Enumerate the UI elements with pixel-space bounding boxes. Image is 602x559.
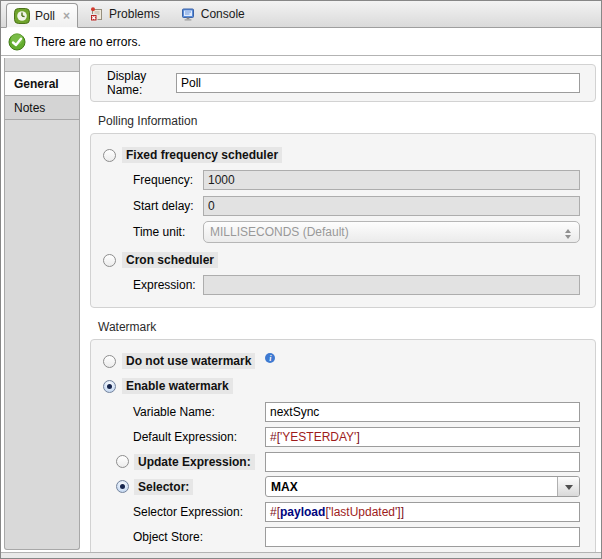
start-delay-label: Start delay:: [133, 199, 203, 213]
do-not-use-watermark-label: Do not use watermark: [122, 353, 255, 369]
selector-radio[interactable]: [116, 480, 129, 493]
start-delay-row: Start delay:: [133, 195, 580, 216]
selector-dropdown-value: MAX: [266, 480, 298, 494]
status-message: There are no errors.: [34, 35, 141, 49]
sidebar-item-notes[interactable]: Notes: [5, 96, 79, 120]
display-name-group: Display Name:: [90, 64, 596, 102]
selector-label: Selector:: [134, 479, 193, 495]
properties-sidebar: General Notes: [4, 58, 80, 550]
properties-content: General Notes Display Name: Polling Info…: [1, 56, 601, 552]
cron-expression-label: Expression:: [133, 278, 203, 292]
problems-icon: [88, 6, 104, 22]
default-expression-input[interactable]: #['YESTERDAY']: [265, 427, 580, 447]
selector-expression-row: Selector Expression: #[payload['lastUpda…: [133, 501, 580, 522]
time-unit-select: MILLISECONDS (Default): [203, 221, 580, 243]
update-expression-label-wrap: Update Expression:: [134, 455, 265, 469]
bottom-strip: [1, 552, 601, 558]
cron-scheduler-label: Cron scheduler: [122, 252, 218, 268]
time-unit-row: Time unit: MILLISECONDS (Default): [133, 221, 580, 242]
variable-name-row: Variable Name:: [133, 401, 580, 422]
start-delay-input: [203, 196, 580, 216]
cron-expression-input: [203, 275, 580, 295]
select-stepper-icon: [565, 226, 571, 242]
tab-poll[interactable]: Poll ×: [6, 3, 78, 28]
tab-label: Console: [201, 7, 245, 21]
general-panel: Display Name: Polling Information Fixed …: [80, 56, 601, 552]
enable-watermark-label: Enable watermark: [122, 378, 233, 394]
watermark-section-title: Watermark: [98, 320, 596, 334]
polling-group: Fixed frequency scheduler Frequency: Sta…: [90, 133, 596, 308]
enable-watermark-radio[interactable]: [103, 380, 116, 393]
sidebar-item-general[interactable]: General: [5, 72, 79, 96]
polling-section-title: Polling Information: [98, 114, 596, 128]
object-store-label: Object Store:: [133, 530, 265, 544]
console-icon: [180, 6, 196, 22]
default-expression-row: Default Expression: #['YESTERDAY']: [133, 426, 580, 447]
selector-label-wrap: Selector:: [134, 480, 265, 494]
no-errors-check-icon: [8, 33, 26, 51]
update-expression-row: Update Expression:: [116, 451, 580, 472]
dropdown-arrow-icon[interactable]: [557, 477, 579, 496]
cron-scheduler-radio[interactable]: [103, 254, 116, 267]
do-not-use-watermark-row: Do not use watermark i: [103, 352, 580, 370]
properties-window: Poll × Problems: [0, 0, 602, 559]
cron-expression-row: Expression:: [133, 274, 580, 295]
sidebar-spacer: [5, 58, 79, 72]
cron-radio-row: Cron scheduler: [103, 251, 580, 269]
sidebar-item-label: General: [14, 77, 59, 91]
object-store-row: Object Store:: [133, 526, 580, 547]
enable-watermark-row: Enable watermark: [103, 377, 580, 395]
tab-problems[interactable]: Problems: [78, 1, 170, 27]
tab-label: Problems: [109, 7, 160, 21]
fixed-frequency-radio[interactable]: [103, 149, 116, 162]
sidebar-filler: [5, 120, 79, 549]
default-expression-label: Default Expression:: [133, 430, 265, 444]
do-not-use-watermark-radio[interactable]: [103, 355, 116, 368]
editor-tabbar: Poll × Problems: [1, 1, 601, 28]
fixed-frequency-label: Fixed frequency scheduler: [122, 147, 282, 163]
fixed-frequency-radio-row: Fixed frequency scheduler: [103, 146, 580, 164]
object-store-input[interactable]: [265, 527, 580, 547]
watermark-group: Do not use watermark i Enable watermark …: [90, 339, 596, 552]
frequency-input: [203, 170, 580, 190]
update-expression-radio[interactable]: [116, 455, 129, 468]
display-name-input[interactable]: [176, 73, 580, 93]
selector-row: Selector: MAX: [116, 476, 580, 497]
selector-expression-label: Selector Expression:: [133, 505, 265, 519]
info-icon: i: [265, 353, 275, 363]
tab-label: Poll: [35, 9, 55, 23]
poll-clock-icon: [14, 8, 30, 24]
time-unit-label: Time unit:: [133, 225, 203, 239]
update-expression-label: Update Expression:: [134, 454, 255, 470]
variable-name-label: Variable Name:: [133, 405, 265, 419]
validation-statusbar: There are no errors.: [1, 28, 601, 56]
time-unit-value: MILLISECONDS (Default): [210, 225, 349, 239]
selector-dropdown[interactable]: MAX: [265, 476, 580, 497]
frequency-row: Frequency:: [133, 169, 580, 190]
update-expression-input[interactable]: [265, 452, 580, 472]
frequency-label: Frequency:: [133, 173, 203, 187]
display-name-label: Display Name:: [107, 69, 176, 97]
variable-name-input[interactable]: [265, 402, 580, 422]
tab-console[interactable]: Console: [170, 1, 255, 27]
close-icon[interactable]: ×: [63, 9, 70, 23]
sidebar-item-label: Notes: [14, 101, 45, 115]
selector-expression-input[interactable]: #[payload['lastUpdated']]: [265, 502, 580, 522]
